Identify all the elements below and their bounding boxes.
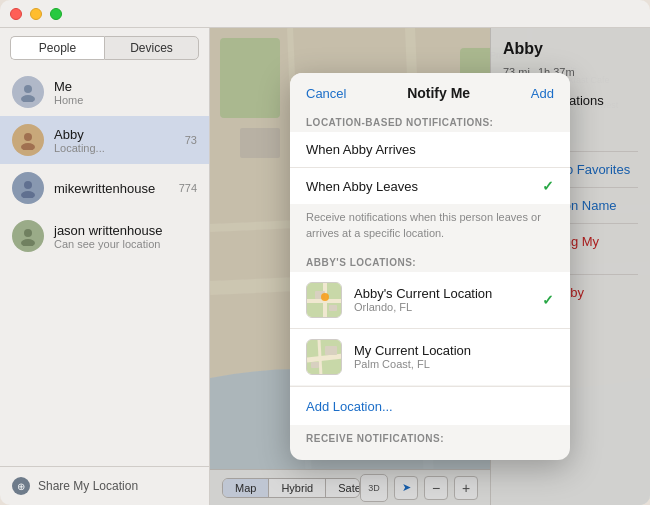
svg-point-5 — [21, 191, 35, 198]
tab-devices[interactable]: Devices — [104, 36, 199, 60]
sidebar-item-name-mike: mikewrittenhouse — [54, 181, 155, 196]
sidebar-item-sub-jason: Can see your location — [54, 238, 162, 250]
location-info-abby: Abby's Current Location Orlando, FL — [354, 286, 530, 313]
avatar-jason — [12, 220, 44, 252]
sidebar-tabs: People Devices — [0, 28, 209, 68]
location-name-mine: My Current Location — [354, 343, 554, 358]
modal-add-button[interactable]: Add — [531, 86, 554, 101]
sidebar-item-me[interactable]: Me Home — [0, 68, 209, 116]
sidebar-item-name-me: Me — [54, 79, 83, 94]
svg-point-6 — [24, 229, 32, 237]
receive-notifications-header: RECEIVE NOTIFICATIONS: — [306, 433, 554, 444]
svg-point-1 — [21, 95, 35, 102]
when-leaves-label: When Abby Leaves — [306, 179, 542, 194]
share-location-icon: ⊕ — [12, 477, 30, 495]
location-thumb-abby — [306, 282, 342, 318]
svg-point-4 — [24, 181, 32, 189]
notify-me-modal: Cancel Notify Me Add LOCATION-BASED NOTI… — [290, 73, 570, 460]
add-location-row[interactable]: Add Location... — [290, 387, 570, 425]
location-name-abby: Abby's Current Location — [354, 286, 530, 301]
sidebar-item-dist-abby: 73 — [185, 134, 197, 146]
svg-rect-36 — [325, 346, 337, 355]
sidebar-item-jason[interactable]: jason writtenhouse Can see your location — [0, 212, 209, 260]
sidebar-item-sub-me: Home — [54, 94, 83, 106]
app-window: People Devices Me Home — [0, 0, 650, 505]
modal-description: Receive notifications when this person l… — [290, 204, 570, 249]
sidebar: People Devices Me Home — [0, 28, 210, 505]
when-leaves-row[interactable]: When Abby Leaves ✓ — [290, 167, 570, 204]
sidebar-item-abby[interactable]: Abby Locating... 73 — [0, 116, 209, 164]
location-abby-checkmark: ✓ — [542, 292, 554, 308]
notification-options-group: When Abby Arrives When Abby Leaves ✓ — [290, 132, 570, 204]
receive-section: RECEIVE NOTIFICATIONS: — [290, 425, 570, 448]
modal-cancel-button[interactable]: Cancel — [306, 86, 346, 101]
sidebar-item-info-abby: Abby Locating... — [54, 127, 105, 154]
svg-point-7 — [21, 239, 35, 246]
modal-overlay: Cancel Notify Me Add LOCATION-BASED NOTI… — [210, 28, 650, 505]
avatar-mike — [12, 172, 44, 204]
sidebar-item-dist-mike: 774 — [179, 182, 197, 194]
modal-header: Cancel Notify Me Add — [290, 73, 570, 109]
sidebar-list: Me Home Abby Locating... 73 — [0, 68, 209, 466]
sidebar-footer[interactable]: ⊕ Share My Location — [0, 466, 209, 505]
svg-rect-37 — [311, 362, 319, 368]
titlebar — [0, 0, 650, 28]
main-content: People Devices Me Home — [0, 28, 650, 505]
svg-point-0 — [24, 85, 32, 93]
share-location-label: Share My Location — [38, 479, 138, 493]
location-sub-abby: Orlando, FL — [354, 301, 530, 313]
add-location-label: Add Location... — [306, 399, 393, 414]
location-sub-mine: Palm Coast, FL — [354, 358, 554, 370]
location-thumb-mine — [306, 339, 342, 375]
sidebar-item-info-me: Me Home — [54, 79, 83, 106]
close-button[interactable] — [10, 8, 22, 20]
sidebar-item-info-jason: jason writtenhouse Can see your location — [54, 223, 162, 250]
location-info-mine: My Current Location Palm Coast, FL — [354, 343, 554, 370]
svg-rect-31 — [329, 305, 337, 311]
tab-people[interactable]: People — [10, 36, 104, 60]
abbys-locations-header: ABBY'S LOCATIONS: — [290, 249, 570, 272]
svg-point-3 — [21, 143, 35, 150]
when-arrives-row[interactable]: When Abby Arrives — [290, 132, 570, 167]
sidebar-item-name-jason: jason writtenhouse — [54, 223, 162, 238]
minimize-button[interactable] — [30, 8, 42, 20]
location-row-abby[interactable]: Abby's Current Location Orlando, FL ✓ — [290, 272, 570, 328]
when-arrives-label: When Abby Arrives — [306, 142, 554, 157]
location-based-header: LOCATION-BASED NOTIFICATIONS: — [290, 109, 570, 132]
map-area: Privé Salon Keke's Breakfast Cafe Greens… — [210, 28, 650, 505]
svg-point-2 — [24, 133, 32, 141]
sidebar-item-name-abby: Abby — [54, 127, 105, 142]
sidebar-item-sub-abby: Locating... — [54, 142, 105, 154]
modal-title: Notify Me — [407, 85, 470, 101]
svg-line-35 — [319, 340, 321, 375]
sidebar-item-info-mike: mikewrittenhouse — [54, 181, 155, 196]
svg-point-32 — [321, 293, 329, 301]
locations-group: Abby's Current Location Orlando, FL ✓ — [290, 272, 570, 385]
location-row-mine[interactable]: My Current Location Palm Coast, FL — [290, 328, 570, 385]
maximize-button[interactable] — [50, 8, 62, 20]
avatar-me — [12, 76, 44, 108]
modal-body: LOCATION-BASED NOTIFICATIONS: When Abby … — [290, 109, 570, 460]
avatar-abby — [12, 124, 44, 156]
sidebar-item-mike[interactable]: mikewrittenhouse 774 — [0, 164, 209, 212]
when-leaves-checkmark: ✓ — [542, 178, 554, 194]
